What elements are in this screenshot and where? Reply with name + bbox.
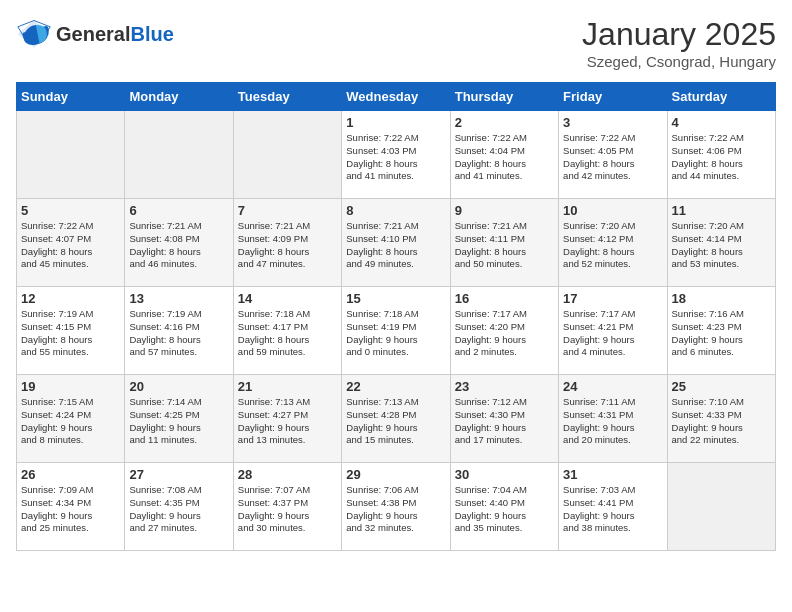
day-number: 11 (672, 203, 771, 218)
day-cell: 23Sunrise: 7:12 AM Sunset: 4:30 PM Dayli… (450, 375, 558, 463)
day-info: Sunrise: 7:19 AM Sunset: 4:16 PM Dayligh… (129, 308, 228, 359)
day-info: Sunrise: 7:22 AM Sunset: 4:06 PM Dayligh… (672, 132, 771, 183)
header-cell-sunday: Sunday (17, 83, 125, 111)
day-number: 15 (346, 291, 445, 306)
header-cell-monday: Monday (125, 83, 233, 111)
day-number: 8 (346, 203, 445, 218)
day-cell: 25Sunrise: 7:10 AM Sunset: 4:33 PM Dayli… (667, 375, 775, 463)
day-number: 22 (346, 379, 445, 394)
day-info: Sunrise: 7:22 AM Sunset: 4:05 PM Dayligh… (563, 132, 662, 183)
day-cell: 10Sunrise: 7:20 AM Sunset: 4:12 PM Dayli… (559, 199, 667, 287)
day-cell (125, 111, 233, 199)
day-number: 10 (563, 203, 662, 218)
day-cell (667, 463, 775, 551)
day-number: 2 (455, 115, 554, 130)
day-info: Sunrise: 7:06 AM Sunset: 4:38 PM Dayligh… (346, 484, 445, 535)
day-info: Sunrise: 7:11 AM Sunset: 4:31 PM Dayligh… (563, 396, 662, 447)
day-cell: 20Sunrise: 7:14 AM Sunset: 4:25 PM Dayli… (125, 375, 233, 463)
day-cell: 12Sunrise: 7:19 AM Sunset: 4:15 PM Dayli… (17, 287, 125, 375)
day-cell: 17Sunrise: 7:17 AM Sunset: 4:21 PM Dayli… (559, 287, 667, 375)
day-cell: 11Sunrise: 7:20 AM Sunset: 4:14 PM Dayli… (667, 199, 775, 287)
header-cell-wednesday: Wednesday (342, 83, 450, 111)
day-cell: 3Sunrise: 7:22 AM Sunset: 4:05 PM Daylig… (559, 111, 667, 199)
day-cell: 13Sunrise: 7:19 AM Sunset: 4:16 PM Dayli… (125, 287, 233, 375)
day-info: Sunrise: 7:15 AM Sunset: 4:24 PM Dayligh… (21, 396, 120, 447)
day-number: 5 (21, 203, 120, 218)
header-cell-saturday: Saturday (667, 83, 775, 111)
day-info: Sunrise: 7:17 AM Sunset: 4:21 PM Dayligh… (563, 308, 662, 359)
day-number: 13 (129, 291, 228, 306)
day-info: Sunrise: 7:18 AM Sunset: 4:19 PM Dayligh… (346, 308, 445, 359)
day-cell: 18Sunrise: 7:16 AM Sunset: 4:23 PM Dayli… (667, 287, 775, 375)
day-info: Sunrise: 7:07 AM Sunset: 4:37 PM Dayligh… (238, 484, 337, 535)
day-cell: 6Sunrise: 7:21 AM Sunset: 4:08 PM Daylig… (125, 199, 233, 287)
day-number: 12 (21, 291, 120, 306)
day-cell: 2Sunrise: 7:22 AM Sunset: 4:04 PM Daylig… (450, 111, 558, 199)
day-cell: 19Sunrise: 7:15 AM Sunset: 4:24 PM Dayli… (17, 375, 125, 463)
day-info: Sunrise: 7:03 AM Sunset: 4:41 PM Dayligh… (563, 484, 662, 535)
week-row-3: 19Sunrise: 7:15 AM Sunset: 4:24 PM Dayli… (17, 375, 776, 463)
day-cell: 16Sunrise: 7:17 AM Sunset: 4:20 PM Dayli… (450, 287, 558, 375)
day-number: 4 (672, 115, 771, 130)
day-number: 20 (129, 379, 228, 394)
day-number: 21 (238, 379, 337, 394)
day-info: Sunrise: 7:22 AM Sunset: 4:04 PM Dayligh… (455, 132, 554, 183)
day-number: 26 (21, 467, 120, 482)
day-info: Sunrise: 7:13 AM Sunset: 4:28 PM Dayligh… (346, 396, 445, 447)
day-info: Sunrise: 7:12 AM Sunset: 4:30 PM Dayligh… (455, 396, 554, 447)
day-number: 19 (21, 379, 120, 394)
day-number: 3 (563, 115, 662, 130)
day-cell: 26Sunrise: 7:09 AM Sunset: 4:34 PM Dayli… (17, 463, 125, 551)
day-cell (233, 111, 341, 199)
day-cell: 24Sunrise: 7:11 AM Sunset: 4:31 PM Dayli… (559, 375, 667, 463)
calendar-title: January 2025 (582, 16, 776, 53)
day-info: Sunrise: 7:22 AM Sunset: 4:03 PM Dayligh… (346, 132, 445, 183)
day-info: Sunrise: 7:09 AM Sunset: 4:34 PM Dayligh… (21, 484, 120, 535)
day-cell: 7Sunrise: 7:21 AM Sunset: 4:09 PM Daylig… (233, 199, 341, 287)
day-number: 7 (238, 203, 337, 218)
day-cell: 1Sunrise: 7:22 AM Sunset: 4:03 PM Daylig… (342, 111, 450, 199)
day-number: 18 (672, 291, 771, 306)
header-cell-friday: Friday (559, 83, 667, 111)
day-number: 1 (346, 115, 445, 130)
day-number: 28 (238, 467, 337, 482)
day-number: 31 (563, 467, 662, 482)
day-cell: 8Sunrise: 7:21 AM Sunset: 4:10 PM Daylig… (342, 199, 450, 287)
day-cell: 31Sunrise: 7:03 AM Sunset: 4:41 PM Dayli… (559, 463, 667, 551)
day-info: Sunrise: 7:20 AM Sunset: 4:12 PM Dayligh… (563, 220, 662, 271)
day-cell: 27Sunrise: 7:08 AM Sunset: 4:35 PM Dayli… (125, 463, 233, 551)
day-info: Sunrise: 7:21 AM Sunset: 4:09 PM Dayligh… (238, 220, 337, 271)
day-info: Sunrise: 7:17 AM Sunset: 4:20 PM Dayligh… (455, 308, 554, 359)
calendar-header: SundayMondayTuesdayWednesdayThursdayFrid… (17, 83, 776, 111)
week-row-4: 26Sunrise: 7:09 AM Sunset: 4:34 PM Dayli… (17, 463, 776, 551)
header-row: SundayMondayTuesdayWednesdayThursdayFrid… (17, 83, 776, 111)
day-cell (17, 111, 125, 199)
day-cell: 22Sunrise: 7:13 AM Sunset: 4:28 PM Dayli… (342, 375, 450, 463)
day-cell: 21Sunrise: 7:13 AM Sunset: 4:27 PM Dayli… (233, 375, 341, 463)
day-number: 30 (455, 467, 554, 482)
day-number: 17 (563, 291, 662, 306)
week-row-2: 12Sunrise: 7:19 AM Sunset: 4:15 PM Dayli… (17, 287, 776, 375)
day-cell: 30Sunrise: 7:04 AM Sunset: 4:40 PM Dayli… (450, 463, 558, 551)
calendar-subtitle: Szeged, Csongrad, Hungary (582, 53, 776, 70)
day-number: 29 (346, 467, 445, 482)
day-info: Sunrise: 7:14 AM Sunset: 4:25 PM Dayligh… (129, 396, 228, 447)
week-row-0: 1Sunrise: 7:22 AM Sunset: 4:03 PM Daylig… (17, 111, 776, 199)
day-cell: 28Sunrise: 7:07 AM Sunset: 4:37 PM Dayli… (233, 463, 341, 551)
logo-blue-text: Blue (130, 23, 173, 45)
day-number: 24 (563, 379, 662, 394)
day-number: 27 (129, 467, 228, 482)
day-number: 14 (238, 291, 337, 306)
day-number: 9 (455, 203, 554, 218)
day-cell: 15Sunrise: 7:18 AM Sunset: 4:19 PM Dayli… (342, 287, 450, 375)
day-info: Sunrise: 7:20 AM Sunset: 4:14 PM Dayligh… (672, 220, 771, 271)
day-info: Sunrise: 7:10 AM Sunset: 4:33 PM Dayligh… (672, 396, 771, 447)
day-number: 25 (672, 379, 771, 394)
logo-general-text: General (56, 23, 130, 45)
day-info: Sunrise: 7:04 AM Sunset: 4:40 PM Dayligh… (455, 484, 554, 535)
week-row-1: 5Sunrise: 7:22 AM Sunset: 4:07 PM Daylig… (17, 199, 776, 287)
day-info: Sunrise: 7:08 AM Sunset: 4:35 PM Dayligh… (129, 484, 228, 535)
header-cell-thursday: Thursday (450, 83, 558, 111)
day-cell: 14Sunrise: 7:18 AM Sunset: 4:17 PM Dayli… (233, 287, 341, 375)
day-cell: 29Sunrise: 7:06 AM Sunset: 4:38 PM Dayli… (342, 463, 450, 551)
